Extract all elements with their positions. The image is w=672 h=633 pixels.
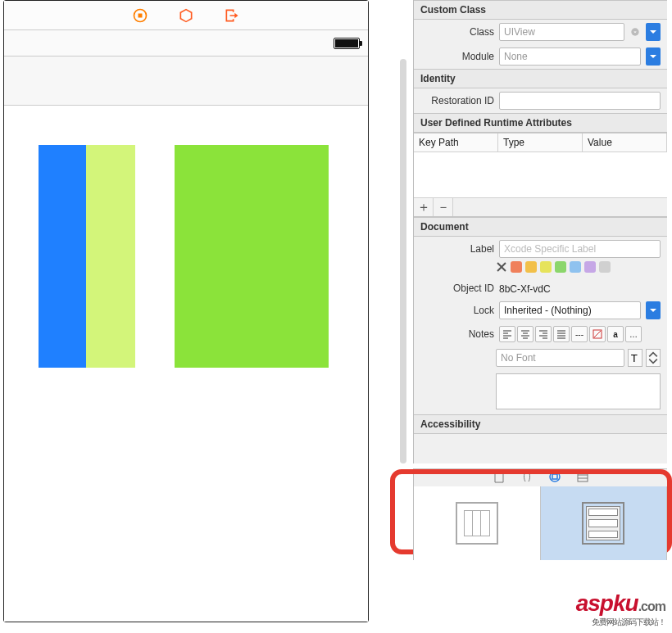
view-lime[interactable] — [86, 145, 135, 368]
class-dropdown[interactable] — [646, 23, 661, 41]
swatch-orange[interactable] — [511, 261, 522, 273]
svg-rect-1 — [138, 13, 143, 17]
lib-item-hstackview[interactable] — [414, 486, 541, 560]
section-runtime-attrs: User Defined Runtime Attributes — [414, 113, 667, 133]
label-objectid: Object ID — [420, 283, 494, 294]
label-restoration: Restoration ID — [420, 95, 494, 106]
exit-icon[interactable] — [224, 7, 240, 24]
view-blue[interactable] — [39, 145, 86, 368]
align-right-icon[interactable] — [535, 326, 552, 342]
canvas-body[interactable] — [4, 106, 368, 622]
list-icon[interactable]: --- — [571, 326, 588, 342]
align-center-icon[interactable] — [517, 326, 534, 342]
notes-textarea[interactable] — [496, 373, 661, 409]
swatch-none[interactable] — [496, 261, 507, 273]
battery-icon — [334, 38, 360, 49]
align-left-icon[interactable] — [499, 326, 515, 342]
diag-icon[interactable] — [589, 326, 606, 342]
label-doclabel: Label — [420, 243, 494, 255]
svg-text:T: T — [631, 352, 638, 364]
identity-inspector: Custom Class Class UIView Module None Id… — [413, 0, 667, 463]
font-stepper-icon[interactable] — [646, 349, 661, 367]
align-justify-icon[interactable] — [553, 326, 570, 342]
label-notes: Notes — [420, 328, 494, 340]
autocomplete-arrow-icon[interactable] — [629, 26, 641, 38]
scroll-track[interactable] — [400, 59, 406, 463]
run-icon[interactable] — [132, 7, 148, 24]
section-document: Document — [414, 217, 667, 237]
module-dropdown[interactable] — [646, 47, 661, 66]
navbar-placeholder — [4, 57, 368, 106]
section-accessibility: Accessibility — [414, 414, 667, 434]
watermark: aspku.com 免费网站源码下载站！ — [576, 590, 665, 628]
runtime-attrs-table: Key Path Type Value ＋ － — [414, 133, 667, 217]
swatch-green[interactable] — [555, 261, 566, 273]
input-restoration-id[interactable] — [499, 92, 661, 110]
lock-dropdown[interactable] — [646, 301, 661, 319]
col-value[interactable]: Value — [583, 133, 667, 151]
cube-icon[interactable] — [178, 7, 194, 24]
swatch-blue[interactable] — [570, 261, 581, 273]
swatch-lime[interactable] — [540, 261, 552, 273]
remove-attr-button[interactable]: － — [434, 198, 453, 216]
input-module[interactable]: None — [499, 47, 641, 66]
swatch-yellow[interactable] — [525, 261, 537, 273]
font-field[interactable]: No Font — [496, 349, 624, 367]
font-picker-icon[interactable]: T — [628, 349, 642, 367]
letter-a-icon[interactable]: a — [607, 326, 624, 342]
input-class[interactable]: UIView — [499, 23, 624, 41]
more-icon[interactable]: … — [625, 326, 642, 342]
swatch-grey[interactable] — [599, 261, 611, 273]
object-library — [413, 486, 667, 560]
input-doclabel[interactable]: Xcode Specific Label — [499, 240, 661, 258]
ib-canvas-frame — [3, 0, 369, 622]
section-custom-class: Custom Class — [414, 0, 667, 20]
label-color-swatches — [414, 261, 667, 278]
view-green[interactable] — [175, 145, 329, 368]
col-type[interactable]: Type — [498, 133, 583, 151]
canvas-toolbar — [4, 1, 368, 30]
value-objectid: 8bC-Xf-vdC — [499, 281, 551, 295]
col-keypath[interactable]: Key Path — [414, 133, 498, 151]
add-attr-button[interactable]: ＋ — [414, 198, 434, 216]
section-identity: Identity — [414, 69, 667, 88]
runtime-attrs-empty[interactable] — [414, 152, 667, 198]
device-statusbar — [4, 30, 368, 57]
label-module: Module — [420, 51, 494, 62]
swatch-purple[interactable] — [584, 261, 596, 273]
lib-item-vstackview[interactable] — [541, 486, 668, 560]
label-class: Class — [420, 26, 494, 38]
select-lock[interactable]: Inherited - (Nothing) — [499, 301, 641, 319]
label-lock: Lock — [420, 305, 494, 316]
